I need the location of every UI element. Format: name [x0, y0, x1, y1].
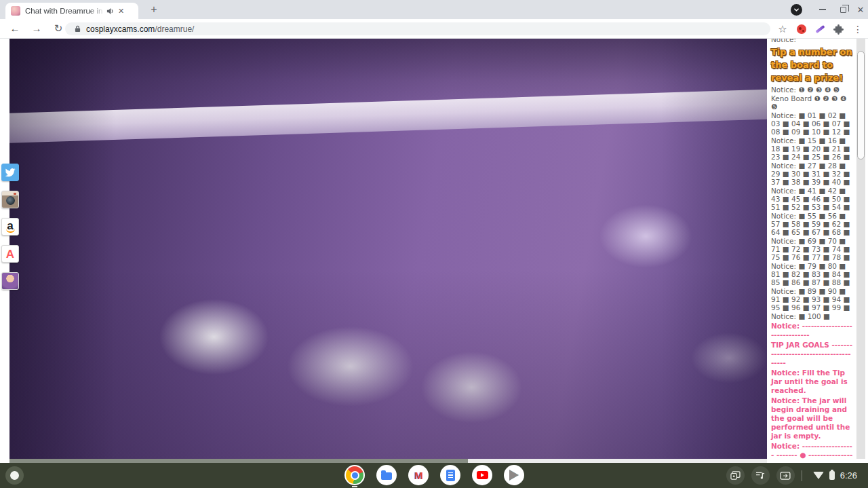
tab-title: Chat with Dreamrue in a Live	[25, 7, 105, 15]
minimize-icon	[819, 9, 826, 10]
forward-button[interactable]: →	[27, 20, 46, 37]
youtube-app-icon[interactable]	[472, 465, 492, 485]
bookmark-star-icon[interactable]: ☆	[774, 21, 791, 37]
amazon-icon[interactable]: a	[1, 218, 19, 236]
chat-message: Notice: ■ 27 ■ 28 ■ 29 ■ 30 ■ 31 ■ 32 ■ …	[771, 162, 853, 186]
chat-message: Tip a number on the board to reveal a pr…	[771, 45, 853, 84]
battery-icon	[829, 471, 835, 480]
chat-message: Notice: ------------------------------	[771, 322, 853, 339]
play-store-icon	[509, 470, 519, 481]
close-window-button[interactable]: ✕	[850, 0, 868, 19]
browser-titlebar: Chat with Dreamrue in a Live ✕ + ✕	[0, 0, 868, 19]
docs-app-icon[interactable]	[440, 465, 460, 485]
tab-close-icon[interactable]: ✕	[118, 7, 124, 16]
docs-icon	[446, 470, 455, 481]
chrome-app-icon[interactable]	[344, 465, 365, 485]
instagram-icon[interactable]	[1, 191, 19, 208]
tray-divider	[802, 470, 802, 481]
url-domain: cosplayxcams.com	[86, 24, 155, 34]
vertical-scrollbar-thumb[interactable]	[857, 51, 865, 159]
gmail-app-icon[interactable]: M	[408, 465, 429, 485]
chrome-icon	[346, 466, 363, 484]
chat-message-list: Notice:Tip a number on the board to reve…	[769, 39, 854, 459]
folder-icon	[381, 472, 392, 480]
amazon-smile-glyph	[6, 229, 15, 233]
browser-tab[interactable]: Chat with Dreamrue in a Live ✕	[5, 3, 138, 19]
chat-message: Notice: ■ 15 ■ 16 ■ 18 ■ 19 ■ 20 ■ 21 ■ …	[771, 136, 853, 161]
new-tab-button[interactable]: +	[146, 2, 161, 17]
photo-thumbnail[interactable]	[1, 272, 19, 290]
twitter-icon[interactable]	[1, 164, 19, 181]
launcher-button[interactable]	[5, 466, 24, 485]
vertical-scrollbar[interactable]	[856, 39, 865, 459]
chat-message: Notice: ■ 100 ■	[771, 312, 853, 320]
youtube-icon	[477, 471, 488, 479]
active-app-indicator	[352, 486, 357, 487]
chromeos-shelf: M 6:	[0, 463, 868, 488]
chat-message: Keno Board ❶ ❷ ❸ ❹ ❺	[771, 94, 853, 111]
gmail-icon: M	[414, 470, 422, 481]
url-path: /dreamrue/	[155, 24, 194, 34]
browser-menu-icon[interactable]: ⋮	[851, 21, 865, 37]
maximize-icon	[840, 7, 846, 13]
tab-audio-icon[interactable]	[106, 7, 114, 15]
airbnb-letter: A	[6, 248, 14, 260]
pen-extension-glyph	[815, 25, 825, 33]
page-content: a A Notice:Tip a number on the board to …	[0, 39, 868, 463]
screen: Chat with Dreamrue in a Live ✕ + ✕ ← → ↻…	[0, 0, 868, 488]
play-store-app-icon[interactable]	[504, 465, 524, 485]
address-bar[interactable]: cosplayxcams.com/dreamrue/	[65, 22, 770, 35]
wifi-icon	[813, 472, 824, 479]
chat-message: Notice: ■ 79 ■ 80 ■ 81 ■ 82 ■ 83 ■ 84 ■ …	[771, 262, 853, 286]
shelf-apps: M	[344, 465, 524, 485]
clock: 6:26	[840, 470, 857, 481]
chat-panel: Notice:Tip a number on the board to reve…	[769, 39, 854, 459]
screen-capture-button[interactable]	[726, 466, 745, 485]
chat-message: Notice: ■ 89 ■ 90 ■ 91 ■ 92 ■ 93 ■ 94 ■ …	[771, 287, 853, 312]
extensions-puzzle-icon[interactable]	[831, 22, 845, 36]
social-share-rail: a A	[1, 164, 19, 290]
chat-message: Notice: ------------------ ------- ● ---…	[771, 442, 853, 459]
chat-message: Notice: ■ 55 ■ 56 ■ 57 ■ 58 ■ 59 ■ 62 ■ …	[771, 212, 853, 236]
chat-message: Notice: ❶ ❷ ❸ ❹ ❺	[771, 86, 853, 94]
status-area[interactable]: 6:26	[809, 468, 861, 483]
live-video-player[interactable]	[9, 39, 767, 459]
media-playlist-button[interactable]	[751, 466, 770, 485]
files-app-icon[interactable]	[376, 465, 397, 485]
media-controls-button[interactable]	[791, 4, 802, 16]
chat-message: Notice: ■ 01 ■ 02 ■ 03 ■ 04 ■ 06 ■ 07 ■ …	[771, 111, 853, 136]
system-tray: 6:26	[726, 463, 861, 488]
chat-message: Notice: The jar will begin draining and …	[771, 396, 853, 440]
tab-favicon	[11, 6, 20, 16]
airbnb-icon[interactable]: A	[1, 245, 19, 263]
chat-message: Notice: Fill the Tip Jar until the goal …	[771, 369, 853, 395]
back-button[interactable]: ←	[5, 20, 24, 37]
chat-message: Notice: ■ 69 ■ 70 ■ 71 ■ 72 ■ 73 ■ 74 ■ …	[771, 237, 853, 261]
minimize-button[interactable]	[812, 0, 833, 19]
extension-pen-icon[interactable]	[813, 22, 827, 36]
chat-message: Notice: ■ 41 ■ 42 ■ 43 ■ 45 ■ 46 ■ 50 ■ …	[771, 187, 853, 211]
browser-toolbar: ← → ↻ cosplayxcams.com/dreamrue/ ☆ ⋮	[0, 19, 868, 39]
chat-message: Notice:	[771, 39, 853, 43]
window-overview-button[interactable]	[776, 466, 795, 485]
launcher-icon	[10, 471, 19, 480]
url-text: cosplayxcams.com/dreamrue/	[86, 24, 194, 34]
red-extension-glyph	[797, 24, 806, 34]
chat-message: TIP JAR GOALS --------------------------…	[771, 341, 853, 367]
padlock-icon[interactable]	[75, 25, 81, 33]
extension-red-icon[interactable]	[795, 22, 808, 36]
